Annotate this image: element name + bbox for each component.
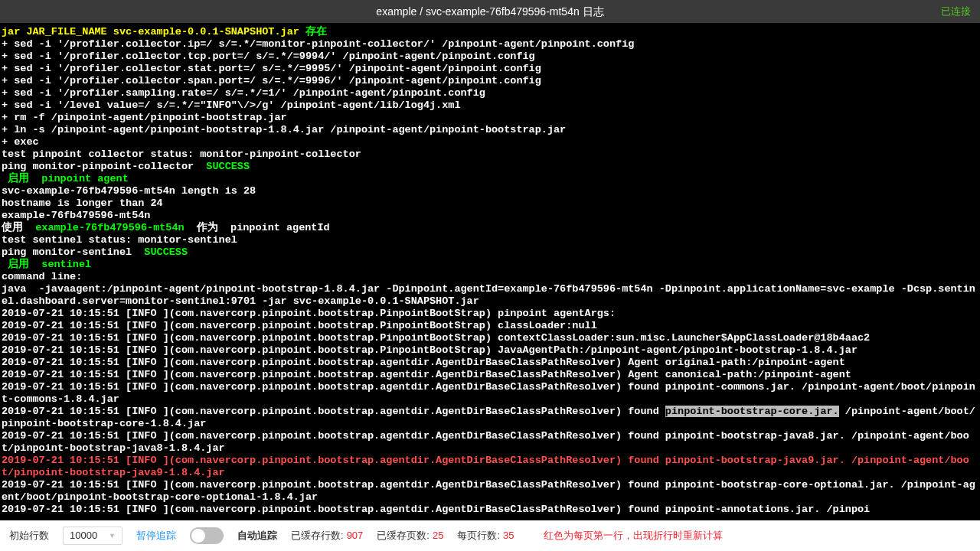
- initial-lines-value: 10000: [70, 530, 97, 542]
- log-line: + sed -i '/profiler.sampling.rate=/ s/=.…: [2, 87, 485, 99]
- cached-lines-stat: 已缓存行数: 907: [291, 530, 363, 542]
- log-line-highlight: pinpoint-bootstrap-core.jar.: [665, 406, 839, 417]
- log-line: 使用: [2, 222, 35, 233]
- log-terminal[interactable]: jar JAR_FILE_NAME svc-example-0.0.1-SNAP…: [0, 23, 980, 520]
- tracking-switch[interactable]: [190, 527, 224, 544]
- log-line: SUCCESS: [144, 246, 188, 258]
- log-line: ping monitor-sentinel: [2, 246, 144, 258]
- log-line: 2019-07-21 10:15:51 [INFO ](com.navercor…: [2, 308, 616, 319]
- log-line: + sed -i '/profiler.collector.span.port=…: [2, 75, 541, 86]
- cached-lines-label: 已缓存行数:: [291, 530, 344, 542]
- footer-note: 红色为每页第一行，出现折行时重新计算: [544, 530, 723, 542]
- log-line: test sentinel status: monitor-sentinel: [2, 234, 237, 246]
- log-line: + sed -i '/profiler.collector.tcp.port=/…: [2, 51, 535, 62]
- log-line: example-76fb479596-mt54n: [35, 222, 191, 233]
- log-line: SUCCESS: [206, 161, 250, 172]
- log-line: svc-example-76fb479596-mt54n length is 2…: [2, 185, 256, 197]
- log-line: 启用 pinpoint agent: [2, 173, 129, 184]
- log-line: 启用 sentinel: [2, 259, 91, 270]
- cached-lines-value: 907: [347, 530, 364, 542]
- lines-per-page-value: 35: [503, 530, 514, 542]
- page-title: example / svc-example-76fb479596-mt54n 日…: [376, 5, 603, 18]
- log-line: 2019-07-21 10:15:51 [INFO ](com.navercor…: [2, 504, 870, 515]
- footer: 初始行数 10000 ▼ 暂停追踪 自动追踪 已缓存行数: 907 已缓存页数:…: [0, 520, 980, 551]
- log-line: 2019-07-21 10:15:51 [INFO ](com.navercor…: [2, 430, 969, 454]
- log-line: command line:: [2, 271, 82, 282]
- auto-tracking-label: 自动追踪: [237, 530, 277, 542]
- log-line: + rm -f /pinpoint-agent/pinpoint-bootstr…: [2, 112, 287, 123]
- cached-pages-stat: 已缓存页数: 25: [377, 530, 443, 542]
- log-line: 2019-07-21 10:15:51 [INFO ](com.navercor…: [2, 406, 665, 417]
- log-line: + ln -s /pinpoint-agent/pinpoint-bootstr…: [2, 124, 566, 135]
- log-line: 2019-07-21 10:15:51 [INFO ](com.navercor…: [2, 332, 870, 344]
- pause-tracking-button[interactable]: 暂停追踪: [136, 530, 176, 542]
- log-line: 2019-07-21 10:15:51 [INFO ](com.navercor…: [2, 479, 975, 503]
- chevron-down-icon: ▼: [109, 530, 116, 542]
- lines-per-page-label: 每页行数:: [457, 530, 500, 542]
- log-line: 2019-07-21 10:15:51 [INFO ](com.navercor…: [2, 320, 597, 331]
- log-line: 作为 pinpoint agentId: [191, 222, 330, 233]
- log-line: 2019-07-21 10:15:51 [INFO ](com.navercor…: [2, 344, 858, 356]
- initial-lines-input[interactable]: 10000 ▼: [63, 527, 122, 545]
- log-line: hostname is longer than 24: [2, 197, 163, 209]
- log-line: + exec: [2, 136, 39, 148]
- log-line-page-start: 2019-07-21 10:15:51 [INFO ](com.navercor…: [2, 455, 969, 478]
- log-line: + sed -i '/profiler.collector.ip=/ s/=.*…: [2, 38, 634, 50]
- log-line: 2019-07-21 10:15:51 [INFO ](com.navercor…: [2, 357, 845, 368]
- log-line: test pinpoint collector status: monitor-…: [2, 148, 361, 160]
- log-line: java -javaagent:/pinpoint-agent/pinpoint…: [2, 283, 975, 307]
- log-line: + sed -i '/profiler.collector.stat.port=…: [2, 63, 541, 74]
- log-line: 2019-07-21 10:15:51 [INFO ](com.navercor…: [2, 369, 851, 380]
- cached-pages-label: 已缓存页数:: [377, 530, 430, 542]
- log-line: 存在: [299, 26, 327, 37]
- connection-status: 已连接: [941, 5, 971, 18]
- header: example / svc-example-76fb479596-mt54n 日…: [0, 0, 980, 23]
- log-line: 2019-07-21 10:15:51 [INFO ](com.navercor…: [2, 381, 975, 405]
- log-line: example-76fb479596-mt54n: [2, 210, 150, 221]
- log-line: jar JAR_FILE_NAME svc-example-0.0.1-SNAP…: [2, 26, 299, 37]
- lines-per-page-stat: 每页行数: 35: [457, 530, 514, 542]
- initial-lines-label: 初始行数: [9, 530, 49, 542]
- log-line: + sed -i '/level value=/ s/=.*/="INFO"\/…: [2, 99, 461, 111]
- cached-pages-value: 25: [433, 530, 443, 542]
- log-line: ping monitor-pinpoint-collector: [2, 161, 206, 172]
